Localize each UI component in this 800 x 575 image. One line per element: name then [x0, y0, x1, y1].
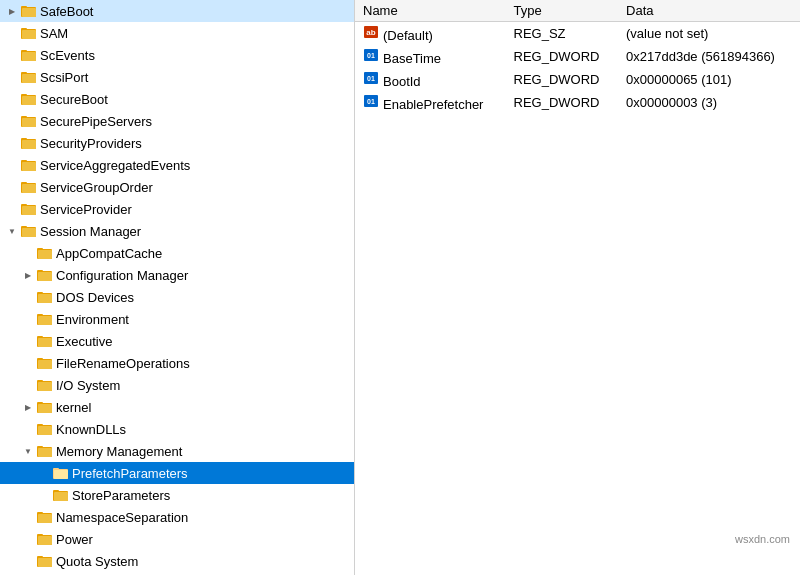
tree-item-label-scsiport: ScsiPort — [40, 70, 354, 85]
tree-item-storeparameters[interactable]: StoreParameters — [0, 484, 354, 506]
tree-item-environment[interactable]: Environment — [0, 308, 354, 330]
svg-rect-59 — [38, 426, 52, 435]
col-header-data: Data — [618, 0, 800, 22]
tree-item-power[interactable]: Power — [0, 528, 354, 550]
expand-btn-prefetchparameters[interactable] — [36, 465, 52, 481]
expand-btn-secureboot[interactable] — [4, 91, 20, 107]
tree-item-iosystem[interactable]: I/O System — [0, 374, 354, 396]
folder-icon-storeparameters — [52, 487, 70, 503]
tree-item-securepipeservers[interactable]: SecurePipeServers — [0, 110, 354, 132]
expand-btn-appcompatcache[interactable] — [20, 245, 36, 261]
expand-btn-iosystem[interactable] — [20, 377, 36, 393]
registry-values-table: Name Type Data ab (Default)REG_SZ(value … — [355, 0, 800, 114]
folder-icon-power — [36, 531, 54, 547]
svg-rect-38 — [38, 272, 52, 281]
folder-icon-knowndlls — [36, 421, 54, 437]
svg-rect-41 — [38, 294, 52, 303]
svg-rect-65 — [54, 470, 68, 479]
svg-rect-35 — [38, 250, 52, 259]
table-row[interactable]: 01 BaseTimeREG_DWORD0x217dd3de (56189436… — [355, 45, 800, 68]
folder-icon-servicegrouporder — [20, 179, 38, 195]
tree-item-safeboot[interactable]: SafeBoot — [0, 0, 354, 22]
reg-type: REG_DWORD — [506, 45, 618, 68]
expand-btn-knowndlls[interactable] — [20, 421, 36, 437]
tree-item-configurationmanager[interactable]: Configuration Manager — [0, 264, 354, 286]
expand-btn-executive[interactable] — [20, 333, 36, 349]
tree-item-executive[interactable]: Executive — [0, 330, 354, 352]
tree-item-sam[interactable]: SAM — [0, 22, 354, 44]
folder-icon-filerenameoperations — [36, 355, 54, 371]
expand-btn-securityproviders[interactable] — [4, 135, 20, 151]
folder-icon-kernel — [36, 399, 54, 415]
svg-text:01: 01 — [367, 75, 375, 82]
svg-text:ab: ab — [366, 28, 375, 37]
tree-item-label-servicegrouporder: ServiceGroupOrder — [40, 180, 354, 195]
tree-item-dosdevices[interactable]: DOS Devices — [0, 286, 354, 308]
tree-item-serviceaggregatedevents[interactable]: ServiceAggregatedEvents — [0, 154, 354, 176]
tree-item-label-serviceprovider: ServiceProvider — [40, 202, 354, 217]
expand-btn-scevents[interactable] — [4, 47, 20, 63]
tree-item-scevents[interactable]: ScEvents — [0, 44, 354, 66]
expand-btn-servicegrouporder[interactable] — [4, 179, 20, 195]
watermark: wsxdn.com — [735, 533, 790, 545]
folder-icon-serviceprovider — [20, 201, 38, 217]
reg-data: 0x00000003 (3) — [618, 91, 800, 114]
table-row[interactable]: 01 EnablePrefetcherREG_DWORD0x00000003 (… — [355, 91, 800, 114]
tree-item-filerenameoperations[interactable]: FileRenameOperations — [0, 352, 354, 374]
expand-btn-safeboot[interactable] — [4, 3, 20, 19]
expand-btn-quotasystem[interactable] — [20, 553, 36, 569]
expand-btn-environment[interactable] — [20, 311, 36, 327]
folder-icon-secureboot — [20, 91, 38, 107]
tree-item-prefetchparameters[interactable]: PrefetchParameters — [0, 462, 354, 484]
tree-item-quotasystem[interactable]: Quota System — [0, 550, 354, 572]
expand-btn-serviceprovider[interactable] — [4, 201, 20, 217]
registry-tree[interactable]: SafeBoot SAM ScEvents ScsiPort SecureBoo… — [0, 0, 355, 575]
tree-item-label-dosdevices: DOS Devices — [56, 290, 354, 305]
svg-rect-20 — [22, 140, 36, 149]
reg-name: ab (Default) — [355, 22, 506, 46]
expand-btn-kernel[interactable] — [20, 399, 36, 415]
expand-btn-securepipeservers[interactable] — [4, 113, 20, 129]
folder-icon-dosdevices — [36, 289, 54, 305]
expand-btn-sessionmanager[interactable] — [4, 223, 20, 239]
folder-icon-namespaceseparation — [36, 509, 54, 525]
expand-btn-sam[interactable] — [4, 25, 20, 41]
tree-item-sessionmanager[interactable]: Session Manager — [0, 220, 354, 242]
expand-btn-filerenameoperations[interactable] — [20, 355, 36, 371]
folder-icon-safeboot — [20, 3, 38, 19]
svg-rect-44 — [38, 316, 52, 325]
expand-btn-dosdevices[interactable] — [20, 289, 36, 305]
folder-icon-quotasystem — [36, 553, 54, 569]
tree-item-label-knowndlls: KnownDLLs — [56, 422, 354, 437]
expand-btn-namespaceseparation[interactable] — [20, 509, 36, 525]
expand-btn-memorymanagement[interactable] — [20, 443, 36, 459]
tree-item-label-securepipeservers: SecurePipeServers — [40, 114, 354, 129]
tree-item-memorymanagement[interactable]: Memory Management — [0, 440, 354, 462]
col-header-type: Type — [506, 0, 618, 22]
table-row[interactable]: ab (Default)REG_SZ(value not set) — [355, 22, 800, 46]
expand-btn-power[interactable] — [20, 531, 36, 547]
tree-item-label-secureboot: SecureBoot — [40, 92, 354, 107]
expand-btn-configurationmanager[interactable] — [20, 267, 36, 283]
tree-item-kernel[interactable]: kernel — [0, 396, 354, 418]
svg-rect-68 — [54, 492, 68, 501]
expand-btn-serviceaggregatedevents[interactable] — [4, 157, 20, 173]
expand-btn-scsiport[interactable] — [4, 69, 20, 85]
svg-rect-62 — [38, 448, 52, 457]
tree-item-appcompatcache[interactable]: AppCompatCache — [0, 242, 354, 264]
svg-rect-11 — [22, 74, 36, 83]
tree-item-knowndlls[interactable]: KnownDLLs — [0, 418, 354, 440]
col-header-name: Name — [355, 0, 506, 22]
folder-icon-environment — [36, 311, 54, 327]
tree-item-namespaceseparation[interactable]: NamespaceSeparation — [0, 506, 354, 528]
tree-item-servicegrouporder[interactable]: ServiceGroupOrder — [0, 176, 354, 198]
tree-item-serviceprovider[interactable]: ServiceProvider — [0, 198, 354, 220]
reg-type: REG_DWORD — [506, 91, 618, 114]
tree-item-securityproviders[interactable]: SecurityProviders — [0, 132, 354, 154]
tree-item-label-power: Power — [56, 532, 354, 547]
expand-btn-storeparameters[interactable] — [36, 487, 52, 503]
reg-type: REG_DWORD — [506, 68, 618, 91]
tree-item-scsiport[interactable]: ScsiPort — [0, 66, 354, 88]
tree-item-secureboot[interactable]: SecureBoot — [0, 88, 354, 110]
table-row[interactable]: 01 BootIdREG_DWORD0x00000065 (101) — [355, 68, 800, 91]
